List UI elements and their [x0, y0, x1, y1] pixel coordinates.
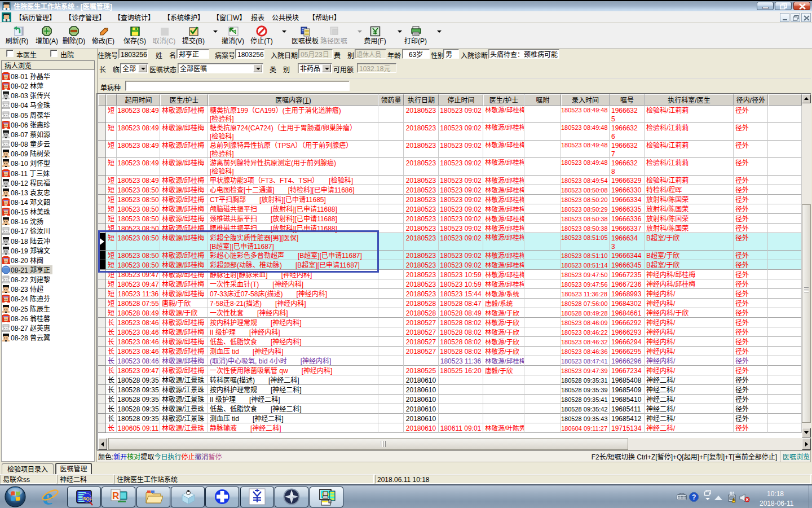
- svg-text:R: R: [112, 488, 119, 502]
- svg-text:?: ?: [692, 492, 696, 501]
- svg-text:SQL: SQL: [83, 495, 92, 501]
